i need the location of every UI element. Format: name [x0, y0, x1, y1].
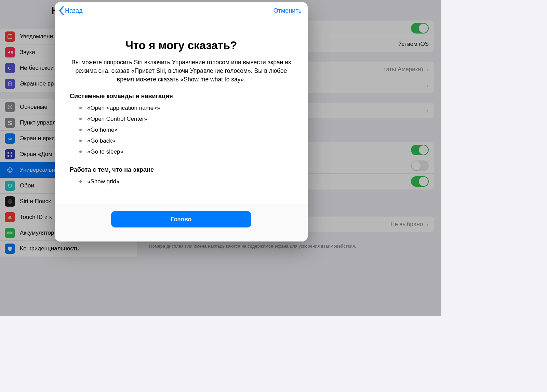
- command-list-item: «Show grid»: [79, 178, 293, 185]
- back-button[interactable]: Назад: [58, 6, 83, 15]
- command-list: «Open <application name>»«Open Control C…: [79, 105, 293, 159]
- command-text: «Go to sleep»: [87, 148, 123, 155]
- command-list-item: «Go back»: [79, 138, 293, 144]
- bullet-icon: [79, 180, 82, 183]
- command-text: «Open <application name>»: [87, 105, 160, 112]
- done-button[interactable]: Готово: [111, 211, 251, 227]
- sheet-description: Вы можете попросить Siri включить Управл…: [70, 58, 293, 84]
- sheet-nav-bar: Назад Отменить: [55, 2, 308, 19]
- bullet-icon: [79, 151, 82, 153]
- command-list-item: «Go home»: [79, 127, 293, 133]
- command-text: «Show grid»: [87, 178, 120, 185]
- cancel-button[interactable]: Отменить: [274, 7, 302, 14]
- command-text: «Open Control Center»: [87, 116, 147, 122]
- command-list-item: «Go to sleep»: [79, 148, 293, 155]
- command-text: «Go back»: [87, 138, 115, 144]
- chevron-left-icon: [58, 6, 64, 15]
- section-heading: Работа с тем, что на экране: [70, 166, 293, 173]
- bullet-icon: [79, 107, 82, 109]
- section-heading: Системные команды и навигация: [70, 93, 293, 100]
- bullet-icon: [79, 140, 82, 142]
- command-list: «Show grid»: [79, 178, 293, 189]
- back-label: Назад: [65, 7, 83, 14]
- what-can-i-say-sheet: Назад Отменить Что я могу сказать? Вы мо…: [55, 2, 308, 241]
- command-text: «Go home»: [87, 127, 118, 133]
- sheet-footer: Готово: [55, 204, 308, 241]
- bullet-icon: [79, 129, 82, 131]
- bullet-icon: [79, 118, 82, 120]
- command-list-item: «Open Control Center»: [79, 116, 293, 122]
- command-list-item: «Open <application name>»: [79, 105, 293, 112]
- sheet-title: Что я могу сказать?: [70, 39, 293, 52]
